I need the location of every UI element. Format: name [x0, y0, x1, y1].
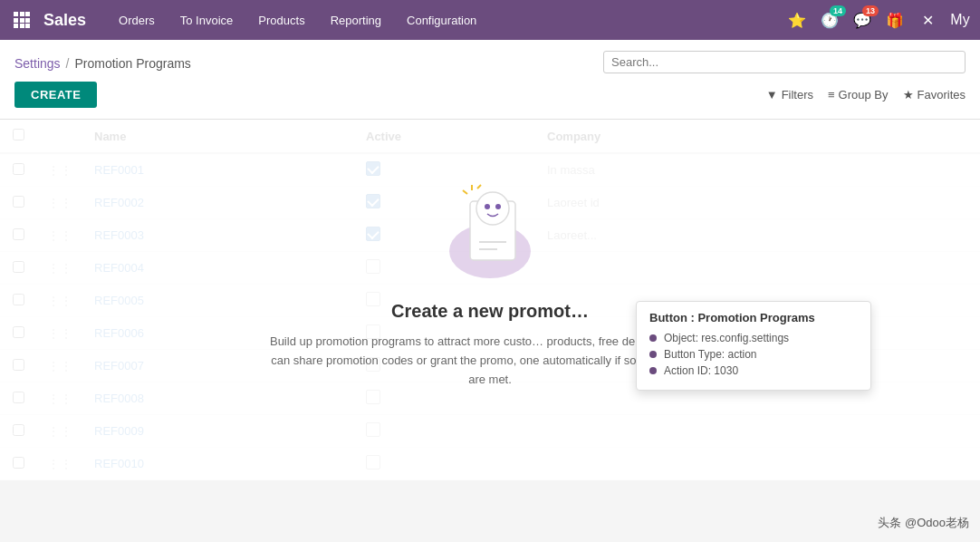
- tooltip-object-label: Object: res.config.settings: [664, 332, 789, 344]
- top-navigation: Sales Orders To Invoice Products Reporti…: [0, 0, 980, 40]
- tooltip-row-btntype: Button Type: action: [649, 348, 858, 361]
- chat-badge: 13: [862, 5, 879, 16]
- nav-products[interactable]: Products: [247, 8, 315, 33]
- favorites-label: Favorites: [918, 88, 966, 102]
- svg-rect-8: [25, 24, 30, 28]
- svg-rect-5: [25, 18, 30, 23]
- clock-badge: 14: [830, 5, 846, 16]
- svg-point-13: [476, 192, 509, 225]
- svg-rect-6: [14, 24, 18, 28]
- svg-rect-1: [20, 12, 24, 16]
- svg-point-15: [495, 204, 501, 209]
- empty-state-title: Create a new promot…: [391, 301, 589, 322]
- create-button[interactable]: CREATE: [14, 82, 97, 108]
- tooltip-btntype-label: Button Type: action: [664, 348, 757, 361]
- user-icon[interactable]: My: [947, 7, 973, 33]
- groupby-label: Group By: [839, 88, 889, 102]
- filters-button[interactable]: ▼ Filters: [766, 88, 813, 102]
- group-by-button[interactable]: ≡ Group By: [828, 88, 889, 102]
- svg-point-14: [485, 204, 490, 209]
- close-icon[interactable]: ✕: [915, 7, 940, 33]
- svg-rect-0: [14, 12, 18, 16]
- page-header: Settings / Promotion Programs CREATE ▼ F…: [0, 40, 980, 120]
- app-name: Sales: [43, 11, 86, 30]
- svg-rect-4: [20, 18, 24, 23]
- nav-to-invoice[interactable]: To Invoice: [169, 8, 245, 33]
- tooltip-dot-1: [649, 334, 657, 342]
- svg-rect-7: [20, 24, 24, 28]
- search-bar: [603, 51, 966, 73]
- nav-reporting[interactable]: Reporting: [320, 8, 392, 33]
- filters-row: ▼ Filters ≡ Group By ★ Favorites: [766, 88, 966, 102]
- nav-menu: Orders To Invoice Products Reporting Con…: [108, 8, 784, 33]
- tooltip-popup: Button : Promotion Programs Object: res.…: [636, 301, 871, 391]
- svg-rect-3: [14, 18, 18, 23]
- apps-grid-icon[interactable]: [7, 5, 36, 34]
- tooltip-title: Button : Promotion Programs: [649, 311, 858, 324]
- toolbar-filters-row: CREATE ▼ Filters ≡ Group By ★ Favorites: [14, 82, 966, 111]
- nav-right-icons: ⭐ 🕐 14 💬 13 🎁 ✕ My: [784, 7, 973, 33]
- svg-rect-2: [25, 12, 30, 16]
- gift-icon[interactable]: 🎁: [882, 7, 908, 33]
- nav-configuration[interactable]: Configuration: [396, 8, 487, 33]
- breadcrumb-current: Promotion Programs: [74, 56, 190, 71]
- breadcrumb: Settings / Promotion Programs: [14, 47, 191, 76]
- tooltip-dot-2: [649, 351, 657, 358]
- filters-label: Filters: [782, 88, 813, 102]
- breadcrumb-search-row: Settings / Promotion Programs: [14, 47, 966, 76]
- tooltip-row-actionid: Action ID: 1030: [649, 364, 858, 377]
- tooltip-row-object: Object: res.config.settings: [649, 332, 858, 344]
- bookmark-icon[interactable]: ⭐: [784, 7, 810, 33]
- main-content: Name Active Company ⋮⋮ REF0001 In massa: [0, 120, 980, 480]
- clock-icon[interactable]: 🕐 14: [817, 7, 842, 33]
- svg-line-18: [477, 185, 481, 189]
- chat-icon[interactable]: 💬 13: [850, 7, 875, 33]
- search-input[interactable]: [611, 55, 957, 69]
- breadcrumb-separator: /: [66, 56, 70, 71]
- groupby-icon: ≡: [828, 88, 835, 102]
- star-icon: ★: [903, 88, 914, 102]
- tooltip-dot-3: [649, 367, 657, 374]
- filter-icon: ▼: [766, 88, 778, 102]
- nav-orders[interactable]: Orders: [108, 8, 166, 33]
- empty-state-illustration: [436, 174, 544, 283]
- empty-state-overlay: Create a new promot… Build up promotion …: [0, 120, 980, 480]
- svg-line-16: [463, 190, 467, 194]
- favorites-button[interactable]: ★ Favorites: [903, 88, 966, 102]
- breadcrumb-settings-link[interactable]: Settings: [14, 56, 61, 71]
- tooltip-actionid-label: Action ID: 1030: [664, 364, 738, 377]
